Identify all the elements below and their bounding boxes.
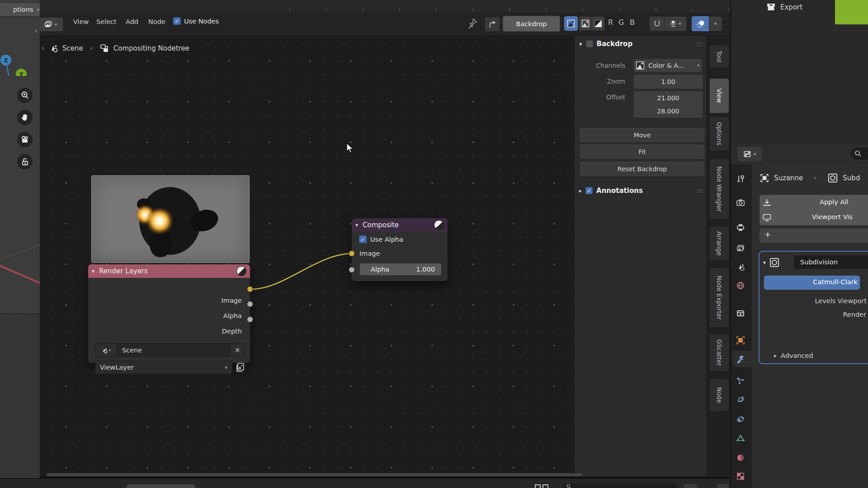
backdrop-checkbox[interactable] <box>586 40 593 47</box>
channel-b-button[interactable]: B <box>630 18 635 27</box>
menu-select[interactable]: Select <box>94 16 119 27</box>
tab-gscatter[interactable]: GScatter <box>710 334 729 371</box>
search-field[interactable] <box>849 147 868 160</box>
tab-viewlayer-icon[interactable] <box>735 243 746 254</box>
socket-image-output[interactable] <box>247 286 253 292</box>
menu-add[interactable]: Add <box>123 16 141 27</box>
snap-mode-dropdown[interactable]: ▾ <box>664 16 687 31</box>
viewport-zoom-button[interactable] <box>17 88 33 103</box>
use-alpha-row[interactable]: ✓ Use Alpha <box>359 235 403 243</box>
socket-depth-output[interactable] <box>247 316 253 323</box>
tab-arrange[interactable]: Arrange <box>710 226 729 261</box>
bottom-tab-stub[interactable] <box>127 484 195 488</box>
add-modifier-button[interactable]: + <box>760 229 868 243</box>
viewport-options-dropdown[interactable]: ptions ▾ <box>0 2 41 17</box>
tab-node-exporter[interactable]: Node Exporter <box>710 267 729 328</box>
display-color-toggle[interactable] <box>579 16 592 31</box>
scene-unlink-button[interactable]: ✕ <box>230 343 245 357</box>
viewport-lock-button[interactable] <box>17 154 33 169</box>
backdrop-toggle-button[interactable]: Backdrop <box>503 16 560 32</box>
display-color-alpha-toggle[interactable] <box>564 16 578 31</box>
annotations-checkbox[interactable]: ✓ <box>585 187 593 194</box>
offset-y-field[interactable]: 28.000 <box>633 104 703 118</box>
scene-id-icon-dropdown[interactable]: ▾ <box>95 343 117 357</box>
channel-g-button[interactable]: G <box>618 18 624 27</box>
move-button[interactable]: Move <box>580 128 704 142</box>
region-collapse-arrow[interactable]: ‹ <box>34 26 38 35</box>
render-layers-node-header[interactable]: ▾ Render Layers <box>88 264 250 278</box>
snap-toggle-button[interactable] <box>649 16 665 31</box>
editor-type-button[interactable]: ▾ <box>38 17 63 32</box>
tab-scene-icon[interactable] <box>735 262 746 272</box>
parent-tree-button[interactable] <box>485 17 500 32</box>
bottom-icon-button-2[interactable] <box>717 484 729 488</box>
bottom-search-field[interactable] <box>562 483 677 488</box>
composite-node-header[interactable]: ▾ Composite <box>352 218 448 232</box>
use-nodes-toggle[interactable]: ✓ Use Nodes <box>173 17 219 25</box>
channels-dropdown[interactable]: Color & A... ▾ <box>633 59 702 72</box>
backdrop-panel-header[interactable]: ▾ Backdrop <box>579 40 703 48</box>
viewport-pan-button[interactable] <box>17 110 33 125</box>
bottom-icon-button[interactable] <box>684 484 697 488</box>
alpha-slider[interactable]: Alpha 1.000 <box>360 263 441 275</box>
modifier-panel-header[interactable]: ▾ Subdivision <box>763 257 780 268</box>
reset-backdrop-button[interactable]: Reset Backdrop <box>580 162 704 176</box>
composite-node[interactable]: ▾ Composite ✓ Use Alpha Image Alpha 1.00… <box>352 218 448 281</box>
breadcrumb-object-name[interactable]: Suzanne <box>774 174 803 182</box>
menu-view[interactable]: View <box>71 16 91 27</box>
breadcrumb-modifier-name[interactable]: Subd <box>843 174 860 182</box>
tab-view[interactable]: View <box>710 78 729 113</box>
menu-node[interactable]: Node <box>146 16 168 27</box>
offset-x-field[interactable]: 21.000 <box>633 91 703 105</box>
fit-button[interactable]: Fit <box>580 145 704 159</box>
display-alpha-toggle[interactable] <box>591 16 605 31</box>
panel-expand-icon[interactable]: ▾ <box>579 41 582 47</box>
socket-image-input[interactable] <box>349 250 355 257</box>
viewlayer-dropdown[interactable]: ViewLayer ▾ <box>95 361 232 374</box>
panel-expand-icon[interactable]: ▸ <box>579 188 582 193</box>
viewport-camera-button[interactable] <box>17 132 33 147</box>
catmull-clark-button[interactable]: Catmull-Clark <box>764 276 860 290</box>
tab-collection-icon[interactable] <box>735 308 746 319</box>
tab-object-icon[interactable] <box>735 335 746 346</box>
channel-r-button[interactable]: R <box>608 18 613 27</box>
breadcrumb-expand-icon[interactable]: › <box>42 44 44 52</box>
tab-node[interactable]: Node <box>710 379 729 412</box>
scene-name-field[interactable]: Scene <box>117 343 230 357</box>
collapse-chevron-icon[interactable]: ▾ <box>92 268 94 274</box>
tab-material-icon[interactable] <box>735 452 746 463</box>
tab-render-icon[interactable] <box>735 197 746 208</box>
tab-node-wrangler[interactable]: Node Wrangler <box>710 159 729 219</box>
panel-drag-grip[interactable] <box>696 42 703 46</box>
editor-type-button[interactable]: ▾ <box>737 146 762 162</box>
tab-texture-icon[interactable] <box>735 471 746 482</box>
zoom-value-field[interactable]: 1.00 <box>633 75 703 89</box>
pin-icon[interactable] <box>467 17 479 30</box>
socket-alpha-input[interactable] <box>349 267 355 273</box>
advanced-subpanel-header[interactable]: ▸ Advanced <box>774 352 813 359</box>
annotations-panel-header[interactable]: ▸ ✓ Annotations <box>579 187 703 195</box>
tab-modifiers-icon[interactable] <box>735 354 746 365</box>
tab-tool[interactable]: Tool <box>710 45 729 68</box>
tab-constraints-icon[interactable] <box>735 414 746 425</box>
viewport-nav-gizmo[interactable]: Z Y X <box>0 26 40 76</box>
viewport-vis-button[interactable]: Viewport Vis <box>760 210 868 225</box>
export-row[interactable]: Export <box>766 3 802 12</box>
overlays-toggle-button[interactable] <box>692 16 709 31</box>
tab-physics-icon[interactable] <box>735 394 746 405</box>
modifier-name-field[interactable]: Subdivision <box>794 255 868 269</box>
subdivision-modifier-panel[interactable]: ▾ Subdivision Catmull-Clark Levels Viewp… <box>759 251 868 364</box>
use-nodes-checkbox[interactable]: ✓ <box>173 17 181 25</box>
tab-output-icon[interactable] <box>735 222 746 233</box>
render-single-layer-icon[interactable] <box>235 362 245 373</box>
overlays-dropdown[interactable]: ▾ <box>709 16 722 31</box>
bottom-icon-pair[interactable] <box>535 484 548 488</box>
apply-all-button[interactable]: Apply All <box>760 195 868 211</box>
render-layers-node[interactable]: ▾ Render Layers Image Alpha Depth ▾ S <box>88 264 250 363</box>
panel-drag-grip[interactable] <box>696 189 703 193</box>
tab-options[interactable]: Options <box>710 117 729 151</box>
tab-world-icon[interactable] <box>735 280 746 291</box>
tab-data-icon[interactable] <box>735 433 746 444</box>
horizontal-scrollbar[interactable] <box>47 473 582 476</box>
tab-particles-icon[interactable] <box>735 375 746 386</box>
